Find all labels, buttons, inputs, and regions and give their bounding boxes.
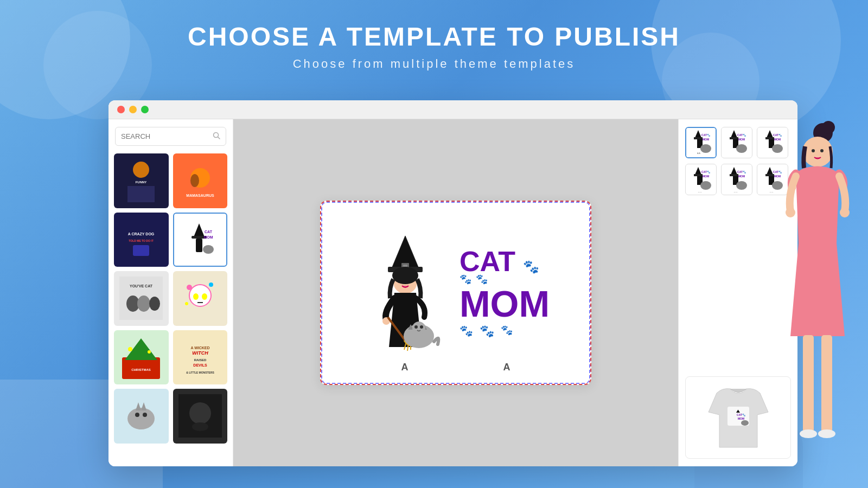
svg-text:FUNNY: FUNNY <box>136 181 147 184</box>
canvas-label-a1: A <box>401 362 409 373</box>
mom-line: MOM <box>459 285 550 322</box>
svg-text:MOM: MOM <box>703 138 709 141</box>
svg-point-49 <box>135 413 139 417</box>
svg-text:• • • •: • • • • <box>770 191 774 194</box>
svg-rect-134 <box>803 335 814 433</box>
template-grid: FUNNY MAMASAURUS <box>108 153 233 449</box>
svg-text:CAT🐾: CAT🐾 <box>737 133 746 137</box>
svg-text:CAT🐾: CAT🐾 <box>737 170 746 174</box>
cat-line: CAT 🐾 <box>459 247 550 275</box>
svg-text:MOM: MOM <box>203 235 213 239</box>
right-panel: CAT🐾 MOM A A CAT🐾 MOM <box>678 119 797 466</box>
canvas-area: CAT 🐾 🐾 🐾 MOM 🐾 🐾 🐾 <box>233 119 678 466</box>
svg-text:• • • •: • • • • <box>698 191 702 194</box>
svg-point-73 <box>414 325 418 329</box>
svg-point-23 <box>137 296 150 312</box>
search-icon <box>213 132 220 141</box>
svg-rect-115 <box>765 174 774 176</box>
svg-point-50 <box>143 413 147 417</box>
svg-text:RAISED: RAISED <box>194 358 206 362</box>
right-thumbs-row-2: CAT🐾 MOM • • • • CAT🐾 MOM • • • • <box>685 164 791 195</box>
paw-icon-5: 🐾 <box>480 324 494 338</box>
template-thumb-4[interactable]: CAT MOM <box>173 213 228 267</box>
design-canvas[interactable]: CAT 🐾 🐾 🐾 MOM 🐾 🐾 🐾 <box>320 201 591 385</box>
svg-point-72 <box>412 322 425 335</box>
svg-point-32 <box>185 302 188 305</box>
page-subtitle: Choose from multiple theme templates <box>0 57 868 71</box>
svg-rect-4 <box>127 186 155 202</box>
svg-text:CAT🐾: CAT🐾 <box>737 413 746 417</box>
svg-point-3 <box>133 162 149 178</box>
svg-point-101 <box>700 181 711 190</box>
svg-point-9 <box>190 174 199 187</box>
svg-rect-85 <box>730 137 738 139</box>
witch-illustration <box>362 233 449 352</box>
template-thumb-6[interactable] <box>173 271 228 326</box>
svg-point-63 <box>392 267 418 284</box>
svg-rect-77 <box>694 137 703 139</box>
svg-text:• • • •: • • • • <box>734 191 738 194</box>
canvas-labels: A A <box>321 362 590 373</box>
svg-text:CAT🐾: CAT🐾 <box>773 170 782 174</box>
right-thumbs-row-1: CAT🐾 MOM A A CAT🐾 MOM <box>685 127 791 158</box>
traffic-light-green[interactable] <box>141 106 149 113</box>
svg-point-18 <box>203 245 214 254</box>
svg-point-127 <box>822 121 835 134</box>
canvas-label-a2: A <box>503 362 510 373</box>
svg-point-28 <box>193 293 199 300</box>
svg-text:CAT🐾: CAT🐾 <box>701 170 711 174</box>
svg-rect-107 <box>730 174 738 176</box>
svg-point-109 <box>736 181 747 190</box>
svg-point-74 <box>420 325 423 329</box>
svg-text:CAT: CAT <box>205 230 213 234</box>
paw-icon-6: 🐾 <box>501 324 513 338</box>
svg-point-128 <box>802 137 833 167</box>
canvas-content: CAT 🐾 🐾 🐾 MOM 🐾 🐾 🐾 <box>351 222 560 363</box>
svg-text:CAT🐾: CAT🐾 <box>701 133 711 137</box>
search-input[interactable] <box>121 132 213 140</box>
svg-point-94 <box>772 144 783 153</box>
svg-rect-135 <box>821 335 832 433</box>
svg-text:DEVILS: DEVILS <box>193 363 207 367</box>
template-thumb-7[interactable]: CHRISTMAS <box>114 330 169 385</box>
svg-text:CAT🐾: CAT🐾 <box>773 133 782 137</box>
svg-text:MOM: MOM <box>774 138 781 141</box>
svg-text:& LITTLE MONSTERS: & LITTLE MONSTERS <box>186 371 214 374</box>
template-thumb-5[interactable]: YOU'VE CAT <box>114 271 169 326</box>
right-thumb-5[interactable]: CAT🐾 MOM • • • • <box>721 164 752 195</box>
template-thumb-2[interactable]: MAMASAURUS <box>173 153 228 208</box>
right-thumb-4[interactable]: CAT🐾 MOM • • • • <box>685 164 717 195</box>
traffic-light-red[interactable] <box>117 106 125 113</box>
svg-text:MAMASAURUS: MAMASAURUS <box>186 194 214 197</box>
svg-point-132 <box>786 208 795 217</box>
svg-text:A CRAZY DOG: A CRAZY DOG <box>128 232 155 236</box>
template-sidebar: FUNNY MAMASAURUS <box>108 119 233 466</box>
template-thumb-8[interactable]: A WICKED WITCH RAISED DEVILS & LITTLE MO… <box>173 330 228 385</box>
paw-icon-4: 🐾 <box>459 324 473 338</box>
svg-text:MOM: MOM <box>737 417 744 420</box>
svg-point-117 <box>772 181 783 190</box>
svg-point-137 <box>818 429 835 438</box>
svg-point-79 <box>700 144 711 153</box>
paw-icon-1: 🐾 <box>523 259 539 274</box>
svg-point-136 <box>800 429 817 438</box>
traffic-light-yellow[interactable] <box>129 106 137 113</box>
window-body: FUNNY MAMASAURUS <box>108 119 797 466</box>
svg-rect-17 <box>196 239 202 252</box>
svg-point-125 <box>741 420 749 426</box>
template-thumb-1[interactable]: FUNNY <box>114 153 169 208</box>
svg-point-30 <box>187 285 192 290</box>
template-thumb-9[interactable] <box>114 389 169 444</box>
svg-text:A A: A A <box>697 152 700 155</box>
svg-text:MOM: MOM <box>738 175 745 178</box>
svg-point-52 <box>189 402 211 424</box>
svg-text:TOLD ME TO DO IT: TOLD ME TO DO IT <box>129 239 154 242</box>
search-box[interactable] <box>115 127 226 146</box>
right-thumb-2[interactable]: CAT🐾 MOM <box>721 127 752 158</box>
template-thumb-10[interactable] <box>173 389 228 444</box>
template-thumb-3[interactable]: A CRAZY DOG TOLD ME TO DO IT <box>114 213 169 267</box>
right-thumb-1[interactable]: CAT🐾 MOM A A <box>685 127 717 158</box>
svg-text:MOM: MOM <box>738 138 745 141</box>
svg-rect-57 <box>403 265 407 267</box>
female-figure <box>782 108 853 479</box>
